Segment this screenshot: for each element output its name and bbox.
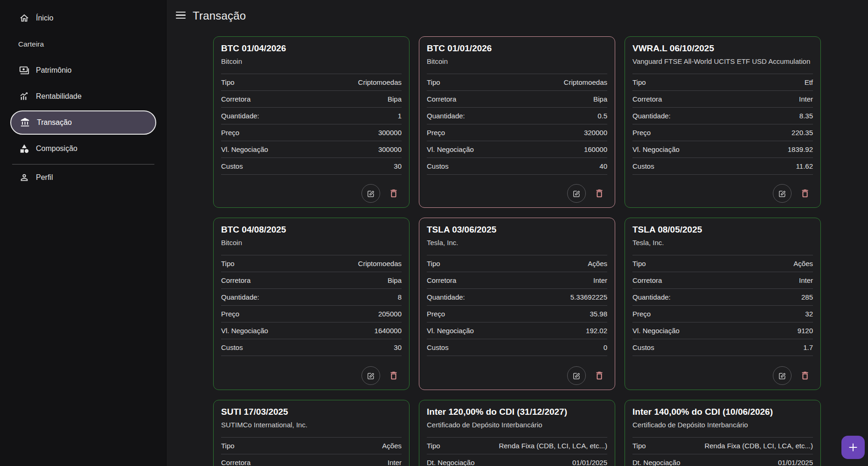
field-label: Vl. Negociação	[632, 145, 680, 153]
field-label: Tipo	[427, 442, 440, 450]
delete-button[interactable]	[800, 370, 810, 381]
card-field-row: Vl. Negociação192.02	[427, 322, 607, 339]
bank-icon	[20, 117, 30, 128]
edit-button[interactable]	[567, 366, 586, 385]
delete-button[interactable]	[389, 188, 399, 199]
field-value: 8.35	[799, 112, 813, 120]
delete-button[interactable]	[800, 188, 810, 199]
field-value: 8	[398, 293, 402, 301]
field-label: Tipo	[632, 78, 646, 86]
field-label: Corretora	[632, 95, 662, 103]
delete-button[interactable]	[594, 370, 604, 381]
plus-icon	[847, 441, 859, 453]
field-label: Preço	[632, 310, 651, 318]
card-field-row: Preço205000	[221, 305, 402, 322]
card-actions	[632, 184, 813, 203]
field-label: Tipo	[221, 260, 235, 267]
card-subtitle: Bitcoin	[221, 238, 402, 247]
sidebar-item-composicao[interactable]: Composição	[0, 136, 166, 162]
card-field-row: Custos30	[221, 158, 402, 174]
trash-icon	[594, 188, 604, 199]
sidebar-item-label: Rentabilidade	[36, 92, 82, 101]
card-field-row: Vl. Negociação9120	[632, 322, 813, 339]
card-rows: TipoRenda Fixa (CDB, LCI, LCA, etc...)Dt…	[632, 437, 813, 466]
edit-button[interactable]	[773, 366, 792, 385]
field-value: Bipa	[593, 95, 607, 103]
banknote-icon	[19, 65, 29, 75]
field-label: Corretora	[632, 276, 662, 284]
trash-icon	[800, 370, 810, 381]
field-value: Etf	[805, 78, 813, 86]
field-label: Corretora	[221, 95, 250, 103]
field-value: 30	[394, 162, 402, 170]
card-title: VWRA.L 06/10/2025	[632, 43, 813, 54]
transaction-card: Inter 120,00% do CDI (31/12/2027)Certifi…	[419, 400, 615, 466]
transaction-card: TSLA 08/05/2025Tesla, Inc.TipoAçõesCorre…	[625, 218, 821, 390]
edit-square-icon	[778, 371, 787, 380]
sidebar-item-label: Patrimônio	[36, 66, 71, 75]
card-field-row: Preço300000	[221, 124, 402, 141]
edit-button[interactable]	[361, 366, 380, 385]
edit-square-icon	[366, 189, 375, 198]
field-label: Custos	[221, 343, 243, 351]
sidebar-item-patrimonio[interactable]: Patrimônio	[0, 57, 166, 83]
field-label: Preço	[221, 310, 239, 318]
field-value: Inter	[593, 276, 607, 284]
field-label: Custos	[427, 162, 449, 170]
sidebar-item-rentabilidade[interactable]: Rentabilidade	[0, 83, 166, 110]
card-field-row: TipoCriptomoedas	[221, 255, 402, 272]
card-rows: TipoCriptomoedasCorretoraBipaQuantidade:…	[221, 74, 402, 175]
app-window: Ínicio Carteira Patrimônio	[0, 0, 868, 466]
card-field-row: Quantidade:285	[632, 288, 813, 305]
delete-button[interactable]	[594, 188, 604, 199]
chart-trend-icon	[19, 91, 29, 102]
field-label: Corretora	[427, 95, 456, 103]
field-value: Inter	[388, 459, 402, 466]
transaction-card: TSLA 03/06/2025Tesla, Inc.TipoAçõesCorre…	[419, 218, 615, 390]
field-value: 35.98	[590, 310, 607, 318]
sidebar-item-label: Composição	[36, 144, 77, 153]
delete-button[interactable]	[389, 370, 399, 381]
field-label: Dt. Negociação	[427, 459, 475, 466]
edit-button[interactable]	[773, 184, 792, 203]
card-field-row: Quantidade:5.33692225	[427, 288, 607, 305]
card-field-row: TipoAções	[632, 255, 813, 272]
add-transaction-button[interactable]	[841, 436, 865, 459]
card-rows: TipoAçõesCorretoraInterQuantidade:285Pre…	[632, 255, 813, 356]
card-field-row: CorretoraBipa	[427, 90, 607, 107]
sidebar: Ínicio Carteira Patrimônio	[0, 0, 167, 466]
field-label: Preço	[221, 129, 239, 137]
field-label: Vl. Negociação	[427, 327, 474, 335]
sidebar-item-perfil[interactable]: Perfil	[0, 164, 166, 191]
field-value: 1640000	[375, 327, 402, 335]
person-icon	[19, 172, 29, 183]
sidebar-item-inicio[interactable]: Ínicio	[0, 5, 166, 31]
field-value: 30	[394, 343, 402, 351]
card-subtitle: Tesla, Inc.	[632, 238, 813, 247]
cards-grid: BTC 01/04/2026BitcoinTipoCriptomoedasCor…	[213, 36, 821, 466]
edit-button[interactable]	[567, 184, 586, 203]
card-rows: TipoRenda Fixa (CDB, LCI, LCA, etc...)Dt…	[427, 437, 607, 466]
card-actions	[221, 366, 402, 385]
field-value: Criptomoedas	[358, 78, 402, 86]
trash-icon	[389, 370, 399, 381]
field-label: Tipo	[427, 78, 440, 86]
card-subtitle: Certificado de Depósito Interbancário	[632, 420, 813, 430]
field-label: Quantidade:	[632, 293, 671, 301]
card-title: BTC 04/08/2025	[221, 224, 402, 235]
field-label: Quantidade:	[221, 112, 259, 120]
card-title: TSLA 08/05/2025	[632, 224, 813, 235]
hamburger-menu-icon[interactable]	[176, 12, 186, 19]
field-label: Custos	[221, 162, 243, 170]
sidebar-item-label: Perfil	[36, 173, 53, 182]
field-value: 5.33692225	[570, 293, 607, 301]
field-label: Vl. Negociação	[632, 327, 680, 335]
card-field-row: TipoAções	[427, 255, 607, 272]
transaction-card: BTC 01/01/2026BitcoinTipoCriptomoedasCor…	[419, 36, 615, 208]
edit-button[interactable]	[361, 184, 380, 203]
sidebar-item-transacao[interactable]: Transação	[10, 110, 156, 135]
card-rows: TipoCriptomoedasCorretoraBipaQuantidade:…	[221, 255, 402, 356]
card-field-row: TipoEtf	[632, 74, 813, 90]
transaction-card: SUTI 17/03/2025SUTIMCo International, In…	[213, 400, 410, 466]
card-field-row: Custos11.62	[632, 158, 813, 174]
